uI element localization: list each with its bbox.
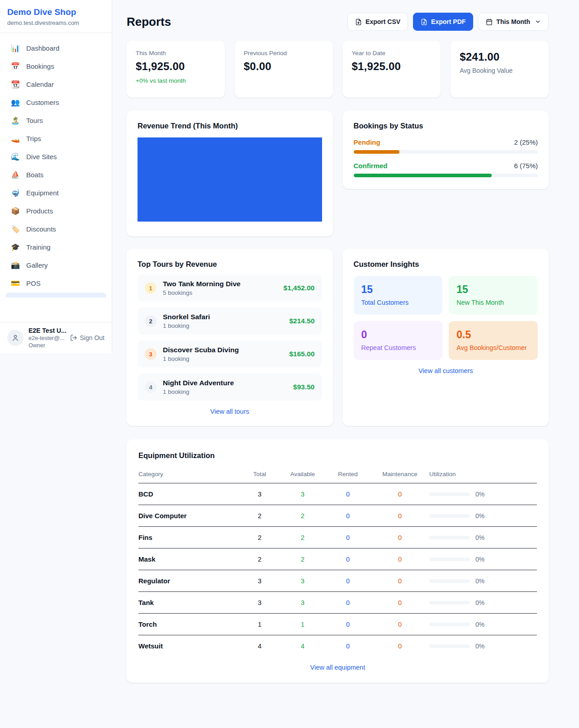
export-csv-button[interactable]: Export CSV (347, 13, 408, 31)
utilization-bar-track (429, 623, 470, 626)
equipment-table: Category Total Available Rented Maintena… (138, 466, 537, 657)
sidebar-item-training[interactable]: 🎓 Training (5, 238, 106, 256)
bookings-by-status-title: Bookings by Status (354, 122, 538, 130)
page-title: Reports (127, 15, 171, 29)
wave-icon: 🌊 (11, 152, 20, 161)
equipment-rented: 0 (325, 577, 370, 585)
equipment-rented: 0 (325, 556, 370, 563)
bar-chart-icon: 📊 (11, 44, 20, 52)
stat-card: Previous Period $0.00 (235, 41, 333, 98)
sidebar-item-label: Customers (26, 99, 59, 106)
tour-revenue: $214.50 (289, 317, 314, 325)
sidebar-item-dashboard[interactable]: 📊 Dashboard (5, 39, 106, 57)
utilization-percent: 0% (475, 491, 484, 498)
equipment-rented: 0 (325, 621, 370, 628)
sidebar-item-calendar[interactable]: 📆 Calendar (5, 76, 106, 93)
tour-name: Discover Scuba Diving (163, 346, 283, 354)
stat-label: Previous Period (244, 50, 324, 57)
shop-name: Demo Dive Shop (7, 7, 104, 17)
status-bar-fill (354, 174, 492, 177)
utilization-percent: 0% (475, 534, 484, 541)
sign-out-button[interactable]: Sign Out (70, 334, 104, 341)
sidebar-item-products[interactable]: 📦 Products (5, 202, 106, 220)
equipment-total: 3 (239, 577, 280, 585)
credit-card-icon: 💳 (11, 279, 20, 288)
stat-label: Year to Date (352, 50, 432, 57)
equipment-rows: BCD 3 3 0 0 0% Dive Computer 2 2 0 0 0% … (138, 483, 537, 657)
sidebar-active-item-partial[interactable] (5, 293, 106, 298)
equipment-total: 3 (239, 491, 280, 498)
sidebar-item-customers[interactable]: 👥 Customers (5, 94, 106, 111)
equipment-rented: 0 (325, 512, 370, 520)
tour-name: Two Tank Morning Dive (163, 280, 277, 288)
sidebar-item-equipment[interactable]: 🤿 Equipment (5, 184, 106, 202)
sidebar-item-label: Bookings (26, 62, 54, 70)
view-all-customers-link[interactable]: View all customers (418, 367, 473, 374)
equipment-utilization: 0% (429, 512, 537, 520)
person-icon (11, 334, 19, 342)
sidebar-item-dive-sites[interactable]: 🌊 Dive Sites (5, 148, 106, 165)
insight-label: Total Customers (361, 299, 435, 306)
utilization-bar-track (429, 601, 470, 605)
insight-tile: 0 Repeat Customers (354, 321, 443, 360)
col-total: Total (239, 471, 280, 477)
sidebar-item-label: Gallery (26, 261, 48, 269)
insight-tile: 15 New This Month (449, 276, 538, 315)
sidebar-item-pos[interactable]: 💳 POS (5, 274, 106, 292)
equipment-utilization-card: Equipment Utilization Category Total Ava… (127, 440, 549, 683)
calendar-icon: 📅 (11, 62, 20, 71)
insight-value: 0 (361, 329, 435, 341)
equipment-category: BCD (138, 490, 239, 498)
status-bar-track (354, 174, 538, 177)
customer-insights-title: Customer Insights (354, 260, 538, 269)
status-count: 2 (25%) (514, 138, 538, 146)
status-row: Pending 2 (25%) (354, 138, 538, 154)
equipment-available: 3 (280, 577, 325, 585)
revenue-trend-card: Revenue Trend (This Month) (127, 111, 333, 236)
equipment-maintenance: 0 (370, 491, 429, 498)
sidebar-item-label: POS (26, 279, 41, 287)
equipment-row: Regulator 3 3 0 0 0% (138, 570, 537, 592)
utilization-bar-track (429, 536, 470, 539)
period-dropdown[interactable]: This Month (478, 13, 549, 31)
tour-list-item: 4 Night Dive Adventure 1 booking $93.50 (138, 373, 322, 401)
revenue-trend-chart (138, 137, 322, 222)
equipment-maintenance: 0 (370, 534, 429, 541)
utilization-bar-track (429, 558, 470, 561)
equipment-available: 2 (280, 512, 325, 520)
package-icon: 📦 (11, 207, 20, 215)
stat-value: $1,925.00 (136, 60, 216, 73)
sidebar-item-trips[interactable]: 🚤 Trips (5, 130, 106, 147)
equipment-rented: 0 (325, 643, 370, 650)
stat-label: This Month (136, 50, 216, 57)
utilization-percent: 0% (475, 643, 484, 650)
export-pdf-button[interactable]: Export PDF (413, 13, 473, 31)
equipment-rented: 0 (325, 534, 370, 541)
tour-revenue: $165.00 (289, 350, 314, 358)
utilization-bar-track (429, 492, 470, 496)
sidebar: Demo Dive Shop demo.test.divestreams.com… (0, 0, 112, 353)
sidebar-item-bookings[interactable]: 📅 Bookings (5, 57, 106, 75)
utilization-percent: 0% (475, 512, 484, 520)
sidebar-item-boats[interactable]: ⛵ Boats (5, 166, 106, 184)
sidebar-item-tours[interactable]: 🏝️ Tours (5, 112, 106, 129)
view-all-equipment-link[interactable]: View all equipment (310, 664, 365, 671)
diving-mask-icon: 🤿 (11, 189, 20, 197)
equipment-total: 2 (239, 534, 280, 541)
sidebar-item-gallery[interactable]: 📸 Gallery (5, 256, 106, 274)
user-name: E2E Test U... (28, 327, 65, 334)
status-bar-fill (354, 150, 400, 154)
equipment-utilization-title: Equipment Utilization (138, 451, 537, 460)
tour-bookings: 1 booking (163, 388, 287, 395)
view-all-tours-link[interactable]: View all tours (210, 408, 249, 415)
equipment-total: 2 (239, 512, 280, 520)
equipment-available: 4 (280, 643, 325, 650)
sidebar-item-discounts[interactable]: 🏷️ Discounts (5, 220, 106, 238)
sidebar-item-label: Trips (26, 135, 41, 142)
equipment-row: Fins 2 2 0 0 0% (138, 527, 537, 548)
equipment-utilization: 0% (429, 534, 537, 541)
tour-revenue: $93.50 (293, 383, 314, 391)
stat-card: Avg Booking Value $241.00 (451, 41, 549, 98)
stat-value: $1,925.00 (352, 60, 432, 73)
equipment-rented: 0 (325, 599, 370, 606)
